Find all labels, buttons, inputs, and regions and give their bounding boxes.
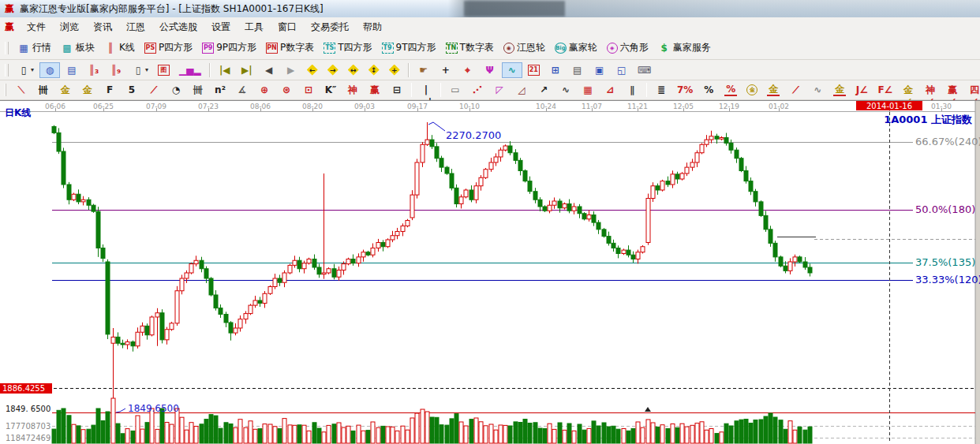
gann-wheel-button[interactable]: ◉江恩轮 (499, 39, 549, 56)
si-angle-button[interactable]: 四∠ (964, 82, 980, 98)
pattern-template-button[interactable]: 图 (154, 63, 174, 77)
menu-item-file[interactable]: 文件 (20, 18, 53, 36)
calendar-button[interactable]: 21 (524, 63, 544, 77)
gold-angle-button[interactable]: 金∠ (898, 82, 918, 98)
menu-item-window[interactable]: 窗口 (271, 18, 304, 36)
menu-item-settings[interactable]: 设置 (204, 18, 238, 36)
j-angle-button[interactable]: J∠ (851, 82, 872, 98)
parallel-lines-button[interactable]: ∥ (622, 82, 642, 98)
percent-strike-button[interactable]: 7% (673, 82, 697, 98)
diamond-fit-all-button[interactable]: + (385, 63, 404, 77)
t-square-button[interactable]: TST四方形 (320, 39, 376, 56)
comb-grid-button[interactable]: 卌 (188, 82, 208, 98)
last-page-button[interactable]: ▶| (237, 62, 257, 78)
histogram-colors-button[interactable]: ▁▅▂ (175, 62, 205, 78)
diamond-compress-button[interactable]: ↕ (365, 63, 383, 77)
gold-grid-1-button[interactable]: 金 (55, 82, 76, 98)
measure-pin-button[interactable]: ⌖ (458, 62, 478, 78)
price-levels-button[interactable]: ≣ (651, 82, 671, 98)
win-angle-button[interactable]: 赢∠ (942, 82, 963, 98)
gold-angle-base-button[interactable]: 金 (829, 83, 850, 98)
hand-tool-button[interactable]: ☛ (413, 62, 434, 78)
red-pen-grid-button[interactable]: ⟋ (144, 82, 164, 98)
rect-handles-button[interactable]: ▭ (445, 82, 466, 98)
spiral-5-button[interactable]: 5 (122, 82, 142, 98)
9p-square-button[interactable]: P99P四方形 (198, 39, 260, 56)
k-double-button[interactable]: K″ (320, 82, 341, 98)
candle-body (131, 341, 135, 345)
draw-pen-button[interactable]: ⟍ (11, 82, 32, 98)
diamond-expand-button[interactable]: ↔ (344, 63, 363, 77)
span-measure-button[interactable]: |↔| (416, 82, 436, 98)
candle-dropdown-button[interactable]: ▯▾ (128, 62, 152, 78)
menu-item-browse[interactable]: 浏览 (53, 18, 86, 36)
gann-web-button[interactable]: ⊛ (276, 82, 297, 98)
remote-computer-button[interactable]: ⌨ (634, 62, 655, 78)
red-grid-button[interactable]: ▦ (578, 82, 598, 98)
next-page-button[interactable]: ▶ (281, 62, 301, 78)
menu-item-gann[interactable]: 江恩 (119, 18, 152, 36)
n2-grid-button[interactable]: n² (210, 82, 230, 98)
kline-button[interactable]: ║K线 (100, 39, 139, 56)
bars-period-9-button[interactable]: ║₉ (106, 62, 126, 78)
shen-angle-button[interactable]: 神∠ (920, 82, 941, 98)
quotes-button[interactable]: ▦行情 (13, 39, 55, 56)
candle-body (651, 186, 655, 199)
win-grid-button[interactable]: 赢 (365, 82, 385, 98)
volume-bar (666, 429, 670, 444)
hexagon-button[interactable]: ◈六角形 (603, 39, 653, 56)
notepad-button[interactable]: ▤ (567, 62, 588, 78)
magenta-draw-tool-button[interactable]: Ψ (480, 62, 500, 78)
f-angle-button[interactable]: F∠ (873, 82, 896, 98)
menu-item-news[interactable]: 资讯 (86, 18, 119, 36)
menu-item-help[interactable]: 帮助 (356, 18, 389, 36)
crosshair-tool-button[interactable]: + (436, 62, 456, 78)
diamond-shift-left-button[interactable]: ← (303, 63, 322, 77)
zoom-region-button[interactable]: ◍ (39, 62, 60, 78)
wave-check-button[interactable]: ∿ (555, 82, 576, 98)
percent-line-button[interactable]: % (720, 83, 741, 98)
pen-price-button[interactable]: ⟋ (785, 82, 806, 98)
menu-item-formula-stock-pick[interactable]: 公式选股 (152, 18, 204, 36)
save-web-button[interactable]: ◱ (612, 62, 632, 78)
9t-square-button[interactable]: T99T四方形 (378, 39, 440, 56)
arrow-fan-button[interactable]: ↗ (533, 82, 554, 98)
prev-page-button[interactable]: ◀ (259, 62, 279, 78)
p-number-table-button[interactable]: PNP数字表 (262, 39, 318, 56)
chart-style-dropdown-button[interactable]: ▯▾ (13, 62, 38, 78)
time-grid-button[interactable]: 卌 (33, 82, 54, 98)
p-square-button[interactable]: PSP四方形 (140, 39, 196, 56)
bars-period-3-button[interactable]: ║₃ (84, 62, 104, 78)
calculator-button[interactable]: ⊞ (545, 62, 566, 78)
fan-box-icon: ◸ (493, 84, 506, 96)
fan-lines-button[interactable]: ⋰ (467, 82, 488, 98)
gold-circle-button[interactable]: 金 (742, 83, 761, 97)
target-circle-button[interactable]: ⊕ (254, 82, 275, 98)
pattern-select-button[interactable]: ∿ (502, 62, 522, 78)
grid-arrow-button[interactable]: ⊿ (600, 82, 620, 98)
fan-box-button[interactable]: ◸ (489, 82, 510, 98)
first-page-button[interactable]: |◀ (215, 62, 235, 78)
volume-bar (612, 426, 615, 443)
web-box-button[interactable]: ⊡ (298, 82, 319, 98)
diamond-shift-right-button[interactable]: → (324, 63, 342, 77)
wave-tool-button[interactable]: ∿ (807, 82, 828, 98)
gold-grid-2-button[interactable]: 金 (77, 82, 98, 98)
save-disk-button[interactable]: ▣ (589, 62, 610, 78)
info-note-button[interactable]: ▤ (62, 62, 82, 78)
winner-wheel-button[interactable]: Big赢家轮 (551, 39, 601, 56)
sectors-button[interactable]: ▩板块 (57, 39, 99, 56)
f-grid-button[interactable]: F (99, 82, 120, 98)
ruler-123-button[interactable]: ⊟ (387, 82, 407, 98)
shen-grid-button[interactable]: 神 (342, 82, 363, 98)
winner-service-button[interactable]: $赢家服务 (654, 39, 715, 56)
box-fan-button[interactable]: ◿ (511, 82, 532, 98)
menu-item-tools[interactable]: 工具 (238, 18, 271, 36)
angle-tool-button[interactable]: ∡ (232, 82, 252, 98)
volume-bar (808, 427, 812, 443)
t-number-table-button[interactable]: TNT数字表 (442, 39, 498, 56)
percent-button[interactable]: % (698, 82, 719, 98)
gold-line-button[interactable]: 金 (763, 83, 784, 98)
menu-item-trade-entrust[interactable]: 交易委托 (304, 18, 356, 36)
clock-grid-button[interactable]: ◔ (166, 82, 186, 98)
